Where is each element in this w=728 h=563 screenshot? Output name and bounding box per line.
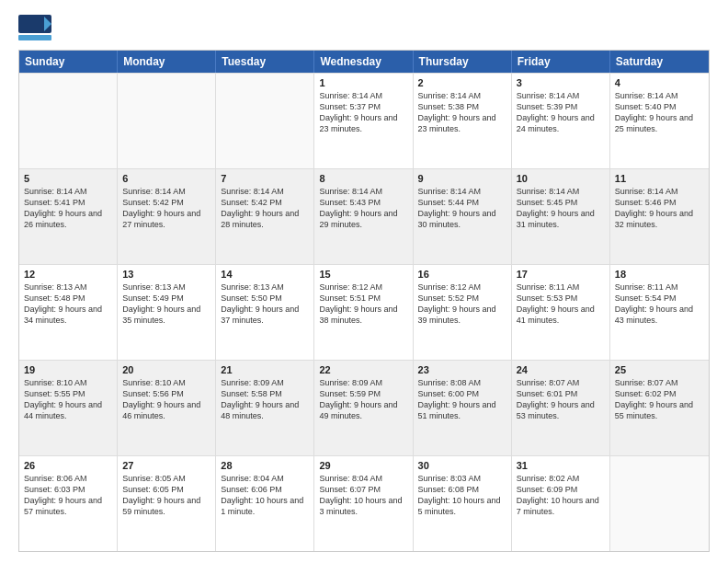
day-number: 24 bbox=[517, 364, 605, 375]
day-number: 19 bbox=[24, 364, 112, 375]
calendar-body: 1Sunrise: 8:14 AM Sunset: 5:37 PM Daylig… bbox=[19, 73, 709, 551]
cell-info: Sunrise: 8:09 AM Sunset: 5:59 PM Dayligh… bbox=[319, 377, 407, 422]
cell-info: Sunrise: 8:14 AM Sunset: 5:44 PM Dayligh… bbox=[418, 186, 506, 231]
weekday-header: Wednesday bbox=[314, 51, 413, 73]
calendar-cell: 4Sunrise: 8:14 AM Sunset: 5:40 PM Daylig… bbox=[610, 74, 709, 168]
day-number: 10 bbox=[517, 173, 605, 184]
day-number: 13 bbox=[122, 269, 210, 280]
cell-info: Sunrise: 8:07 AM Sunset: 6:01 PM Dayligh… bbox=[517, 377, 605, 422]
day-number: 22 bbox=[319, 364, 407, 375]
cell-info: Sunrise: 8:10 AM Sunset: 5:56 PM Dayligh… bbox=[122, 377, 210, 422]
calendar-cell: 14Sunrise: 8:13 AM Sunset: 5:50 PM Dayli… bbox=[216, 265, 314, 360]
day-number: 27 bbox=[122, 460, 210, 471]
calendar-row: 5Sunrise: 8:14 AM Sunset: 5:41 PM Daylig… bbox=[19, 168, 709, 264]
calendar-row: 1Sunrise: 8:14 AM Sunset: 5:37 PM Daylig… bbox=[19, 73, 709, 168]
cell-info: Sunrise: 8:14 AM Sunset: 5:38 PM Dayligh… bbox=[418, 90, 506, 135]
day-number: 29 bbox=[319, 460, 407, 471]
calendar-cell: 7Sunrise: 8:14 AM Sunset: 5:42 PM Daylig… bbox=[216, 169, 314, 264]
calendar-cell: 27Sunrise: 8:05 AM Sunset: 6:05 PM Dayli… bbox=[118, 456, 216, 551]
calendar-cell: 30Sunrise: 8:03 AM Sunset: 6:08 PM Dayli… bbox=[414, 456, 512, 551]
cell-info: Sunrise: 8:11 AM Sunset: 5:54 PM Dayligh… bbox=[615, 282, 704, 327]
calendar-row: 19Sunrise: 8:10 AM Sunset: 5:55 PM Dayli… bbox=[19, 360, 709, 455]
cell-info: Sunrise: 8:14 AM Sunset: 5:46 PM Dayligh… bbox=[615, 186, 704, 231]
calendar-cell: 1Sunrise: 8:14 AM Sunset: 5:37 PM Daylig… bbox=[314, 74, 413, 168]
day-number: 25 bbox=[615, 364, 704, 375]
calendar-cell: 10Sunrise: 8:14 AM Sunset: 5:45 PM Dayli… bbox=[512, 169, 610, 264]
calendar-cell: 9Sunrise: 8:14 AM Sunset: 5:44 PM Daylig… bbox=[414, 169, 512, 264]
calendar-cell: 18Sunrise: 8:11 AM Sunset: 5:54 PM Dayli… bbox=[610, 265, 709, 360]
calendar-cell: 20Sunrise: 8:10 AM Sunset: 5:56 PM Dayli… bbox=[118, 361, 216, 455]
day-number: 6 bbox=[122, 173, 210, 184]
day-number: 12 bbox=[24, 269, 112, 280]
day-number: 23 bbox=[418, 364, 506, 375]
day-number: 14 bbox=[221, 269, 309, 280]
weekday-header: Monday bbox=[118, 51, 216, 73]
calendar-cell bbox=[610, 456, 709, 551]
calendar-header: SundayMondayTuesdayWednesdayThursdayFrid… bbox=[19, 51, 709, 73]
day-number: 26 bbox=[24, 460, 112, 471]
day-number: 20 bbox=[122, 364, 210, 375]
cell-info: Sunrise: 8:11 AM Sunset: 5:53 PM Dayligh… bbox=[517, 282, 605, 327]
calendar-cell: 21Sunrise: 8:09 AM Sunset: 5:58 PM Dayli… bbox=[216, 361, 314, 455]
calendar-row: 26Sunrise: 8:06 AM Sunset: 6:03 PM Dayli… bbox=[19, 455, 709, 551]
calendar-cell bbox=[19, 74, 118, 168]
weekday-header: Sunday bbox=[19, 51, 118, 73]
calendar-cell: 13Sunrise: 8:13 AM Sunset: 5:49 PM Dayli… bbox=[118, 265, 216, 360]
day-number: 8 bbox=[319, 173, 407, 184]
cell-info: Sunrise: 8:12 AM Sunset: 5:52 PM Dayligh… bbox=[418, 282, 506, 327]
cell-info: Sunrise: 8:09 AM Sunset: 5:58 PM Dayligh… bbox=[221, 377, 309, 422]
calendar-cell: 28Sunrise: 8:04 AM Sunset: 6:06 PM Dayli… bbox=[216, 456, 314, 551]
calendar-cell: 5Sunrise: 8:14 AM Sunset: 5:41 PM Daylig… bbox=[19, 169, 118, 264]
cell-info: Sunrise: 8:03 AM Sunset: 6:08 PM Dayligh… bbox=[418, 473, 506, 518]
day-number: 16 bbox=[418, 269, 506, 280]
cell-info: Sunrise: 8:14 AM Sunset: 5:43 PM Dayligh… bbox=[319, 186, 407, 231]
day-number: 7 bbox=[221, 173, 309, 184]
cell-info: Sunrise: 8:02 AM Sunset: 6:09 PM Dayligh… bbox=[517, 473, 605, 518]
cell-info: Sunrise: 8:14 AM Sunset: 5:42 PM Dayligh… bbox=[221, 186, 309, 231]
calendar-cell: 15Sunrise: 8:12 AM Sunset: 5:51 PM Dayli… bbox=[314, 265, 413, 360]
calendar-cell: 6Sunrise: 8:14 AM Sunset: 5:42 PM Daylig… bbox=[118, 169, 216, 264]
cell-info: Sunrise: 8:13 AM Sunset: 5:48 PM Dayligh… bbox=[24, 282, 112, 327]
calendar-cell: 26Sunrise: 8:06 AM Sunset: 6:03 PM Dayli… bbox=[19, 456, 118, 551]
header bbox=[18, 15, 710, 40]
cell-info: Sunrise: 8:13 AM Sunset: 5:49 PM Dayligh… bbox=[122, 282, 210, 327]
cell-info: Sunrise: 8:06 AM Sunset: 6:03 PM Dayligh… bbox=[24, 473, 112, 518]
day-number: 15 bbox=[319, 269, 407, 280]
calendar-cell: 23Sunrise: 8:08 AM Sunset: 6:00 PM Dayli… bbox=[414, 361, 512, 455]
calendar-cell: 8Sunrise: 8:14 AM Sunset: 5:43 PM Daylig… bbox=[314, 169, 413, 264]
cell-info: Sunrise: 8:08 AM Sunset: 6:00 PM Dayligh… bbox=[418, 377, 506, 422]
svg-rect-2 bbox=[18, 35, 51, 40]
day-number: 30 bbox=[418, 460, 506, 471]
calendar-cell: 16Sunrise: 8:12 AM Sunset: 5:52 PM Dayli… bbox=[414, 265, 512, 360]
cell-info: Sunrise: 8:14 AM Sunset: 5:40 PM Dayligh… bbox=[615, 90, 704, 135]
calendar: SundayMondayTuesdayWednesdayThursdayFrid… bbox=[18, 50, 710, 552]
calendar-cell: 11Sunrise: 8:14 AM Sunset: 5:46 PM Dayli… bbox=[610, 169, 709, 264]
day-number: 5 bbox=[24, 173, 112, 184]
day-number: 1 bbox=[319, 77, 407, 88]
calendar-cell: 2Sunrise: 8:14 AM Sunset: 5:38 PM Daylig… bbox=[414, 74, 512, 168]
calendar-cell: 31Sunrise: 8:02 AM Sunset: 6:09 PM Dayli… bbox=[512, 456, 610, 551]
cell-info: Sunrise: 8:07 AM Sunset: 6:02 PM Dayligh… bbox=[615, 377, 704, 422]
cell-info: Sunrise: 8:14 AM Sunset: 5:37 PM Dayligh… bbox=[319, 90, 407, 135]
cell-info: Sunrise: 8:04 AM Sunset: 6:06 PM Dayligh… bbox=[221, 473, 309, 518]
cell-info: Sunrise: 8:14 AM Sunset: 5:45 PM Dayligh… bbox=[517, 186, 605, 231]
day-number: 3 bbox=[517, 77, 605, 88]
weekday-header: Friday bbox=[512, 51, 610, 73]
page: SundayMondayTuesdayWednesdayThursdayFrid… bbox=[0, 0, 728, 563]
day-number: 21 bbox=[221, 364, 309, 375]
calendar-cell: 25Sunrise: 8:07 AM Sunset: 6:02 PM Dayli… bbox=[610, 361, 709, 455]
cell-info: Sunrise: 8:12 AM Sunset: 5:51 PM Dayligh… bbox=[319, 282, 407, 327]
day-number: 9 bbox=[418, 173, 506, 184]
day-number: 4 bbox=[615, 77, 704, 88]
calendar-cell: 3Sunrise: 8:14 AM Sunset: 5:39 PM Daylig… bbox=[512, 74, 610, 168]
cell-info: Sunrise: 8:05 AM Sunset: 6:05 PM Dayligh… bbox=[122, 473, 210, 518]
weekday-header: Saturday bbox=[610, 51, 709, 73]
calendar-row: 12Sunrise: 8:13 AM Sunset: 5:48 PM Dayli… bbox=[19, 264, 709, 360]
logo bbox=[18, 15, 55, 40]
calendar-cell: 19Sunrise: 8:10 AM Sunset: 5:55 PM Dayli… bbox=[19, 361, 118, 455]
calendar-cell: 12Sunrise: 8:13 AM Sunset: 5:48 PM Dayli… bbox=[19, 265, 118, 360]
cell-info: Sunrise: 8:14 AM Sunset: 5:41 PM Dayligh… bbox=[24, 186, 112, 231]
weekday-header: Thursday bbox=[414, 51, 512, 73]
cell-info: Sunrise: 8:13 AM Sunset: 5:50 PM Dayligh… bbox=[221, 282, 309, 327]
day-number: 28 bbox=[221, 460, 309, 471]
